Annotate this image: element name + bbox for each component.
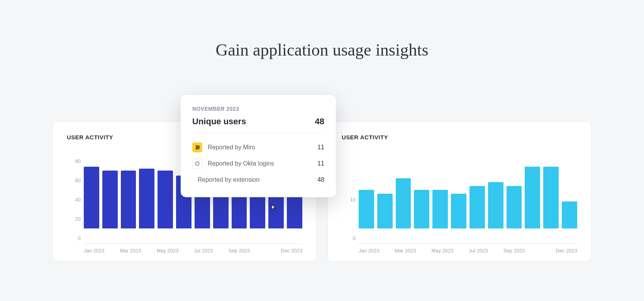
x-tick: Jul 2023 bbox=[194, 248, 213, 254]
y-tick: 40 bbox=[75, 197, 81, 203]
chart-bar[interactable] bbox=[84, 167, 99, 228]
user-activity-card-right: USER ACTIVITY 010 Jan 2023.Mar 2023.May … bbox=[327, 121, 591, 262]
svg-point-7 bbox=[195, 162, 196, 163]
tooltip-row-value: 48 bbox=[317, 176, 324, 183]
chart-bar[interactable] bbox=[432, 190, 448, 228]
tooltip-row: Reported by Okta logins11 bbox=[192, 156, 324, 172]
svg-point-0 bbox=[199, 163, 200, 164]
x-tick: Dec 2023 bbox=[556, 248, 577, 254]
svg-point-3 bbox=[197, 165, 198, 166]
svg-point-2 bbox=[198, 165, 198, 166]
x-tick: Jan 2023 bbox=[84, 248, 105, 254]
tooltip-month: NOVEMBER 2023 bbox=[192, 106, 324, 112]
svg-point-8 bbox=[196, 162, 197, 162]
chart-bar[interactable] bbox=[543, 167, 559, 228]
svg-point-6 bbox=[195, 163, 196, 164]
x-tick: Mar 2023 bbox=[120, 248, 141, 254]
chart-bar[interactable] bbox=[507, 186, 522, 228]
tooltip-row: Reported by Miro11 bbox=[192, 139, 324, 156]
chart-bar[interactable] bbox=[359, 190, 374, 228]
card-title: USER ACTIVITY bbox=[342, 134, 577, 140]
chart-bar[interactable] bbox=[377, 194, 393, 228]
chart-bar[interactable] bbox=[488, 182, 503, 228]
okta-icon bbox=[192, 159, 202, 169]
x-tick: Dec 2023 bbox=[281, 248, 302, 254]
chart-bar[interactable] bbox=[525, 167, 540, 228]
x-tick: Jul 2023 bbox=[469, 248, 488, 254]
chart-tooltip: NOVEMBER 2023 Unique users 48 Reported b… bbox=[181, 95, 336, 197]
y-tick: 20 bbox=[75, 216, 81, 222]
y-tick: 0 bbox=[353, 235, 356, 241]
x-tick: May 2023 bbox=[156, 248, 178, 254]
chart-bar[interactable] bbox=[139, 169, 154, 228]
chart-bar[interactable] bbox=[451, 194, 466, 228]
svg-point-4 bbox=[196, 165, 197, 166]
chart-bar[interactable] bbox=[158, 171, 173, 228]
tooltip-row-value: 11 bbox=[317, 160, 324, 167]
chart-bar[interactable] bbox=[102, 171, 118, 228]
tooltip-row-label: Reported by Miro bbox=[208, 144, 312, 151]
x-tick: Mar 2023 bbox=[395, 248, 416, 254]
svg-point-5 bbox=[195, 164, 196, 165]
pointer-cursor-icon bbox=[268, 203, 279, 215]
tooltip-row-label: Reported by extension bbox=[198, 176, 312, 183]
x-tick: May 2023 bbox=[431, 248, 453, 254]
x-tick: Sep 2023 bbox=[503, 248, 525, 254]
tooltip-row-value: 11 bbox=[317, 144, 324, 151]
chart-bar[interactable] bbox=[562, 201, 577, 228]
chart-bar[interactable] bbox=[414, 190, 429, 228]
bar-chart-right[interactable]: 010 bbox=[342, 151, 577, 244]
svg-point-10 bbox=[198, 162, 198, 162]
miro-icon bbox=[192, 142, 202, 152]
x-tick: Jan 2023 bbox=[359, 248, 380, 254]
tooltip-title: Unique users bbox=[192, 117, 246, 127]
tooltip-row: Reported by extension48 bbox=[192, 172, 324, 188]
svg-point-9 bbox=[197, 161, 198, 162]
page-headline: Gain application usage insights bbox=[6, 40, 638, 60]
x-tick: Sep 2023 bbox=[229, 248, 250, 254]
chart-bar[interactable] bbox=[396, 178, 411, 228]
tooltip-row-label: Reported by Okta logins bbox=[208, 160, 312, 167]
chart-bar[interactable] bbox=[469, 186, 485, 228]
y-tick: 10 bbox=[350, 197, 356, 203]
y-tick: 80 bbox=[75, 158, 81, 164]
chart-bar[interactable] bbox=[121, 171, 136, 228]
y-tick: 0 bbox=[78, 235, 81, 241]
svg-point-1 bbox=[198, 164, 199, 165]
svg-point-11 bbox=[198, 162, 199, 163]
tooltip-total: 48 bbox=[315, 117, 324, 127]
y-tick: 60 bbox=[75, 178, 81, 183]
